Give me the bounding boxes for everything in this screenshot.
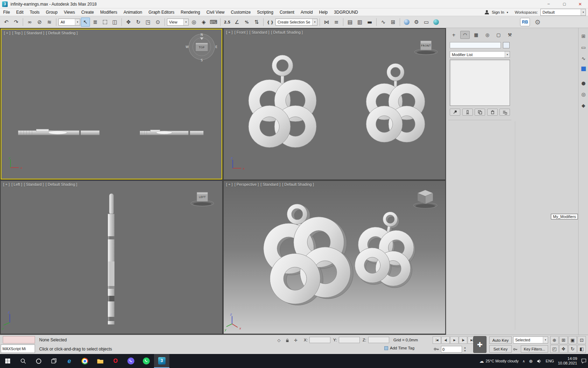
- earring-left-view[interactable]: [108, 193, 114, 325]
- render-setup-button[interactable]: ⚙: [412, 18, 421, 27]
- taskbar-whatsapp-button[interactable]: [139, 354, 154, 368]
- undo-button[interactable]: ↶: [2, 18, 11, 27]
- viewport-pov-label[interactable]: [ Top ]: [12, 31, 23, 35]
- minimize-button[interactable]: ─: [541, 0, 556, 8]
- maxscript-mini-listener[interactable]: MAXScript Mi: [1, 345, 35, 353]
- key-mode-toggle[interactable]: [433, 346, 440, 353]
- viewport-general-menu[interactable]: [ + ]: [4, 31, 10, 35]
- zoom-region-icon[interactable]: ⊡: [578, 336, 586, 344]
- x-coord-field[interactable]: [309, 337, 330, 343]
- taskbar-edge-button[interactable]: e: [62, 354, 77, 368]
- viewport-shading-label[interactable]: [ Default Shading ]: [282, 182, 314, 186]
- percent-snap-toggle[interactable]: %: [242, 18, 251, 27]
- rendered-frame-window-button[interactable]: ▭: [422, 18, 431, 27]
- menu-content[interactable]: Content: [276, 8, 298, 16]
- toggle-ribbon-button[interactable]: ▬: [365, 18, 374, 27]
- maximize-button[interactable]: ▢: [556, 0, 572, 8]
- front-viewport-canvas[interactable]: FRONT z x: [224, 29, 445, 179]
- teapot-tool-icon[interactable]: ◆: [580, 102, 587, 109]
- align-button[interactable]: ≡: [332, 18, 341, 27]
- viewport-standard-label[interactable]: [ Standard ]: [260, 182, 280, 186]
- menu-scripting[interactable]: Scripting: [254, 8, 276, 16]
- start-button[interactable]: [0, 354, 15, 368]
- zoom-icon[interactable]: ⊕: [550, 336, 559, 344]
- render-production-button[interactable]: [432, 18, 441, 27]
- tab-motion[interactable]: ◎: [483, 31, 492, 39]
- chevron-down-icon[interactable]: ▾: [507, 11, 508, 14]
- network-icon[interactable]: ⊕: [529, 359, 533, 364]
- viewport-shading-label[interactable]: [ Default Shading ]: [46, 31, 78, 35]
- my-modifiers-toolbar-label[interactable]: My_Modifiers: [551, 214, 578, 219]
- use-pivot-point-center-button[interactable]: ◎: [189, 18, 198, 27]
- pan-icon[interactable]: ✥: [559, 345, 568, 353]
- viewport-general-menu[interactable]: [ + ]: [226, 182, 233, 186]
- menu-help[interactable]: Help: [316, 8, 331, 16]
- zoom-extents-all-icon[interactable]: ◰: [550, 345, 559, 353]
- taskbar-clock[interactable]: 14:09 10.08.2021: [558, 356, 577, 366]
- named-selection-set-dropdown[interactable]: Create Selection Se ▾: [275, 19, 317, 26]
- spline-tool-icon[interactable]: ∿: [580, 55, 587, 62]
- snaps-toggle-button[interactable]: 2.5: [223, 18, 232, 27]
- rectangular-selection-region-button[interactable]: [100, 18, 110, 27]
- tab-create[interactable]: +: [449, 31, 458, 39]
- tab-hierarchy[interactable]: ▦: [471, 31, 481, 39]
- viewport-layout-icon[interactable]: ⊞: [580, 32, 587, 40]
- taskbar-3dsmax-button[interactable]: 3: [154, 354, 169, 368]
- viewport-top[interactable]: [ + ] [ Top ] [ Standard ] [ Default Sha…: [1, 29, 222, 179]
- viewport-pov-label[interactable]: [ Perspective ]: [234, 182, 259, 186]
- earring-perspective-small[interactable]: [352, 207, 421, 290]
- tab-utilities[interactable]: ⚒: [505, 31, 514, 39]
- macro-recorder-field[interactable]: [3, 336, 35, 343]
- selection-filter-dropdown[interactable]: All ▾: [58, 19, 80, 26]
- rb-plugin-button[interactable]: RB: [520, 18, 530, 26]
- language-indicator[interactable]: ENG: [546, 359, 554, 363]
- toggle-layer-explorer-button[interactable]: ▥: [355, 18, 364, 27]
- hidden-icons-chevron[interactable]: ∧: [523, 359, 525, 363]
- object-color-swatch[interactable]: [503, 42, 510, 48]
- weather-widget[interactable]: ☁ 25°C Mostly cloudy: [479, 359, 519, 364]
- pin-stack-button[interactable]: [450, 109, 460, 116]
- key-filters-icon[interactable]: [512, 346, 519, 353]
- make-unique-button[interactable]: [475, 109, 485, 116]
- object-name-field[interactable]: [450, 42, 501, 48]
- toggle-scene-explorer-button[interactable]: ▤: [345, 18, 355, 27]
- menu-file[interactable]: File: [0, 8, 13, 16]
- menu-group[interactable]: Group: [43, 8, 61, 16]
- earring-perspective-large[interactable]: [255, 195, 358, 310]
- earrings-top-view[interactable]: [18, 129, 204, 135]
- new-key-plus-button[interactable]: ✚: [473, 336, 486, 353]
- task-view-button[interactable]: [46, 354, 62, 368]
- viewport-shading-label[interactable]: [ Default Shading ]: [271, 30, 303, 34]
- view-cube[interactable]: FRONT: [414, 41, 438, 55]
- select-object-button[interactable]: ↖: [81, 18, 90, 27]
- viewport-standard-label[interactable]: [ Standard ]: [24, 182, 44, 186]
- go-to-start-button[interactable]: |◀: [433, 336, 441, 344]
- viewport-pov-label[interactable]: [ Left ]: [12, 182, 22, 186]
- zoom-all-icon[interactable]: ⊞: [559, 336, 568, 344]
- taskbar-search-button[interactable]: [15, 354, 31, 368]
- viewport-standard-label[interactable]: [ Standard ]: [250, 30, 270, 34]
- viewport-left[interactable]: [ + ] [ Left ] [ Standard ] [ Default Sh…: [1, 181, 222, 334]
- unlink-selection-button[interactable]: ⊘: [35, 18, 44, 27]
- menu-customize[interactable]: Customize: [228, 8, 254, 16]
- sphere-tool-icon[interactable]: ●: [580, 79, 587, 87]
- viewport-pov-label[interactable]: [ Front ]: [234, 30, 248, 34]
- menu-animation[interactable]: Animation: [120, 8, 145, 16]
- show-end-result-button[interactable]: [462, 109, 473, 116]
- menu-graph-editors[interactable]: Graph Editors: [145, 8, 177, 16]
- zoom-extents-icon[interactable]: ▣: [568, 336, 577, 344]
- orbit-icon[interactable]: ↻: [568, 345, 577, 353]
- modifier-stack-list[interactable]: [450, 60, 510, 106]
- reference-coordinate-system-dropdown[interactable]: View ▾: [167, 19, 189, 26]
- perspective-viewport-canvas[interactable]: z x y: [224, 181, 445, 334]
- menu-3dground[interactable]: 3DGROUND: [331, 8, 361, 16]
- menu-modifiers[interactable]: Modifiers: [97, 8, 120, 16]
- select-and-rotate-button[interactable]: ↻: [134, 18, 143, 27]
- taskbar-opera-button[interactable]: O: [108, 354, 123, 368]
- modifier-list-dropdown[interactable]: Modifier List ▾: [450, 51, 510, 58]
- sign-in-button[interactable]: Sign In: [492, 10, 504, 14]
- view-compass[interactable]: N E S W TOP: [186, 33, 217, 62]
- remove-modifier-button[interactable]: [487, 109, 498, 116]
- taskbar-chrome-button[interactable]: [77, 354, 92, 368]
- menu-civil-view[interactable]: Civil View: [203, 8, 228, 16]
